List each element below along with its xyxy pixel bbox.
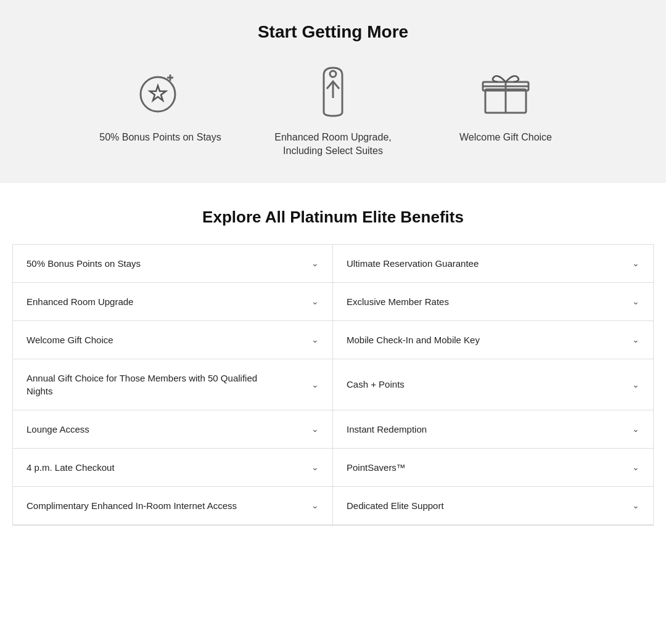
room-upgrade-icon <box>305 64 361 120</box>
benefit-item-ultimate-reservation[interactable]: Ultimate Reservation Guarantee ⌄ <box>333 245 653 283</box>
chevron-icon-welcome-gift-choice: ⌄ <box>311 335 319 344</box>
benefit-item-mobile-checkin[interactable]: Mobile Check-In and Mobile Key ⌄ <box>333 321 653 359</box>
hero-item-room-upgrade: Enhanced Room Upgrade, Including Select … <box>271 64 395 158</box>
chevron-icon-exclusive-member-rates: ⌄ <box>632 296 639 306</box>
benefit-label-point-savers: PointSavers™ <box>347 461 406 474</box>
svg-marker-1 <box>150 86 166 100</box>
chevron-icon-dedicated-elite-support: ⌄ <box>632 500 639 510</box>
benefit-item-annual-gift-choice[interactable]: Annual Gift Choice for Those Members wit… <box>13 359 333 410</box>
benefit-label-annual-gift-choice: Annual Gift Choice for Those Members wit… <box>27 372 261 397</box>
svg-point-0 <box>141 77 175 112</box>
benefit-label-welcome-gift-choice: Welcome Gift Choice <box>27 333 113 346</box>
benefit-item-enhanced-room-upgrade[interactable]: Enhanced Room Upgrade ⌄ <box>13 283 333 321</box>
benefit-label-late-checkout: 4 p.m. Late Checkout <box>27 461 115 474</box>
hero-item-welcome-gift: Welcome Gift Choice <box>444 64 567 144</box>
benefit-label-lounge-access: Lounge Access <box>27 423 89 436</box>
benefit-item-cash-points[interactable]: Cash + Points ⌄ <box>333 359 653 410</box>
benefits-grid: 50% Bonus Points on Stays ⌄ Ultimate Res… <box>12 244 654 526</box>
chevron-icon-annual-gift-choice: ⌄ <box>311 380 319 389</box>
benefit-label-dedicated-elite-support: Dedicated Elite Support <box>347 499 444 512</box>
benefit-label-instant-redemption: Instant Redemption <box>347 423 427 436</box>
hero-item-room-upgrade-label: Enhanced Room Upgrade, Including Select … <box>271 131 395 158</box>
chevron-icon-cash-points: ⌄ <box>632 380 639 389</box>
benefit-label-mobile-checkin: Mobile Check-In and Mobile Key <box>347 333 480 346</box>
benefit-label-bonus-points-stays: 50% Bonus Points on Stays <box>27 257 141 270</box>
hero-icons-container: 50% Bonus Points on Stays Enhanced Room … <box>12 64 654 158</box>
benefit-label-internet-access: Complimentary Enhanced In-Room Internet … <box>27 499 237 512</box>
benefit-item-bonus-points-stays[interactable]: 50% Bonus Points on Stays ⌄ <box>13 245 333 283</box>
hero-title: Start Getting More <box>12 22 654 42</box>
benefits-section: Explore All Platinum Elite Benefits 50% … <box>0 183 666 544</box>
benefit-label-cash-points: Cash + Points <box>347 378 405 391</box>
svg-point-4 <box>330 71 336 77</box>
hero-item-welcome-gift-label: Welcome Gift Choice <box>459 131 552 144</box>
chevron-icon-lounge-access: ⌄ <box>311 424 319 434</box>
benefit-label-ultimate-reservation: Ultimate Reservation Guarantee <box>347 257 479 270</box>
benefit-label-exclusive-member-rates: Exclusive Member Rates <box>347 295 449 308</box>
chevron-icon-bonus-points-stays: ⌄ <box>311 258 319 268</box>
chevron-icon-late-checkout: ⌄ <box>311 462 319 472</box>
benefit-item-welcome-gift-choice[interactable]: Welcome Gift Choice ⌄ <box>13 321 333 359</box>
gift-icon <box>478 64 533 120</box>
benefit-item-point-savers[interactable]: PointSavers™ ⌄ <box>333 449 653 487</box>
hero-item-bonus-points-label: 50% Bonus Points on Stays <box>99 131 221 144</box>
benefit-label-enhanced-room-upgrade: Enhanced Room Upgrade <box>27 295 133 308</box>
benefit-item-exclusive-member-rates[interactable]: Exclusive Member Rates ⌄ <box>333 283 653 321</box>
chevron-icon-enhanced-room-upgrade: ⌄ <box>311 296 319 306</box>
benefits-title: Explore All Platinum Elite Benefits <box>12 208 654 227</box>
benefit-item-internet-access[interactable]: Complimentary Enhanced In-Room Internet … <box>13 487 333 525</box>
chevron-icon-mobile-checkin: ⌄ <box>632 335 639 344</box>
chevron-icon-internet-access: ⌄ <box>311 500 319 510</box>
benefit-item-dedicated-elite-support[interactable]: Dedicated Elite Support ⌄ <box>333 487 653 525</box>
benefit-item-instant-redemption[interactable]: Instant Redemption ⌄ <box>333 410 653 449</box>
star-plus-icon <box>133 64 188 120</box>
benefit-item-late-checkout[interactable]: 4 p.m. Late Checkout ⌄ <box>13 449 333 487</box>
chevron-icon-instant-redemption: ⌄ <box>632 424 639 434</box>
chevron-icon-ultimate-reservation: ⌄ <box>632 258 639 268</box>
benefit-item-lounge-access[interactable]: Lounge Access ⌄ <box>13 410 333 449</box>
hero-item-bonus-points: 50% Bonus Points on Stays <box>99 64 222 144</box>
chevron-icon-point-savers: ⌄ <box>632 462 639 472</box>
hero-section: Start Getting More 50% Bonus Points on S… <box>0 0 666 183</box>
